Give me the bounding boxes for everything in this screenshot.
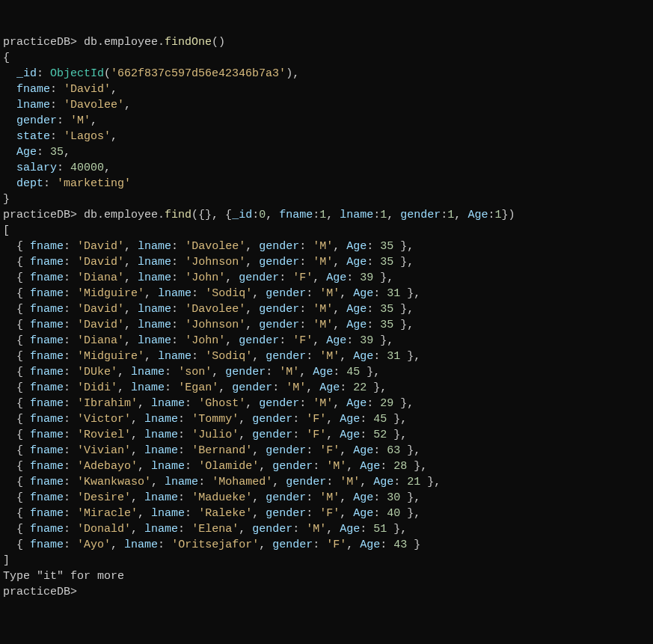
terminal-output[interactable]: practiceDB> db.employee.findOne() { _id:… <box>3 34 650 600</box>
